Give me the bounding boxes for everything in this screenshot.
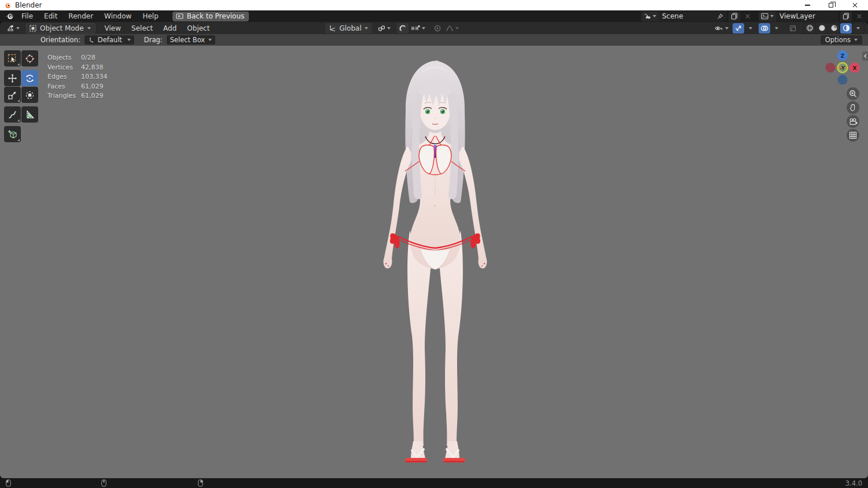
duplicate-icon (843, 13, 849, 20)
tool-add-cube[interactable] (4, 126, 21, 142)
close-x-icon (856, 13, 862, 19)
visibility-eye-icon (715, 25, 723, 32)
sandal-left (405, 441, 427, 463)
tool-scale[interactable] (4, 87, 21, 103)
window-title: Blender (15, 1, 42, 9)
proportional-falloff-button[interactable] (444, 23, 461, 34)
gizmos-settings-button[interactable] (745, 23, 756, 34)
orientation-dropdown[interactable]: Default (84, 35, 134, 45)
tool-cursor[interactable] (21, 50, 38, 66)
close-button[interactable] (845, 0, 865, 10)
drag-dropdown[interactable]: Select Box (167, 35, 216, 45)
zoom-button[interactable] (847, 87, 859, 100)
minimize-button[interactable] (797, 0, 817, 10)
blender-window: Blender File Edit Render Window Help Bac… (0, 0, 868, 488)
snap-increment-icon (411, 25, 420, 32)
tool-move[interactable] (4, 70, 21, 86)
xray-toggle-button[interactable] (787, 23, 799, 34)
maximize-button[interactable] (821, 0, 841, 10)
menu-add[interactable]: Add (159, 23, 181, 34)
viewlayer-new-button[interactable] (840, 12, 852, 21)
proportional-editing-button[interactable] (432, 23, 443, 34)
tool-annotate[interactable] (4, 106, 21, 123)
mode-label: Object Mode (40, 24, 84, 32)
blender-logo-icon (5, 12, 14, 20)
gizmo-axis-z-neg[interactable] (838, 75, 848, 85)
sandal-right (443, 441, 465, 463)
stat-label: Faces (47, 83, 81, 90)
viewlayer-name: ViewLayer (779, 12, 815, 20)
overlays-toggle-button[interactable] (759, 23, 770, 34)
rotate-icon (25, 73, 35, 83)
viewlayer-browse-button[interactable] (759, 12, 776, 21)
viewlayer-remove-button (854, 12, 865, 21)
stat-label: Vertices (47, 64, 81, 71)
viewport-header: Object Mode View Select Add Object Globa… (0, 22, 868, 34)
back-to-previous-button[interactable]: Back to Previous (172, 12, 249, 21)
shading-material-button[interactable] (828, 23, 840, 34)
shading-rendered-button[interactable] (840, 23, 852, 34)
close-x-icon (745, 13, 751, 19)
close-icon (852, 2, 858, 8)
pin-icon[interactable] (717, 13, 723, 20)
solid-sphere-icon (818, 24, 826, 32)
shading-solid-button[interactable] (816, 23, 827, 34)
show-object-types-button[interactable] (713, 23, 730, 34)
mouse-middle-hint (101, 479, 106, 488)
snap-settings-button[interactable] (409, 23, 427, 34)
hand-icon (849, 103, 857, 112)
status-bar: 3.4.0 (0, 478, 868, 488)
gizmo-y-label: -Y (840, 65, 845, 71)
mode-dropdown[interactable]: Object Mode (26, 23, 95, 34)
menu-window[interactable]: Window (99, 11, 137, 21)
menu-select[interactable]: Select (127, 23, 157, 34)
tool-measure[interactable] (21, 106, 38, 123)
pivot-point-button[interactable] (376, 23, 392, 34)
scale-icon (8, 90, 17, 100)
arm-right (458, 146, 487, 268)
gizmo-axis-x-neg[interactable] (826, 63, 836, 73)
arm-left (384, 146, 412, 268)
sidebar-collapse-handle[interactable] (862, 51, 868, 61)
tool-rotate[interactable] (21, 70, 38, 86)
menu-render[interactable]: Render (63, 11, 98, 21)
scene-new-button[interactable] (729, 12, 740, 21)
tool-transform[interactable] (21, 87, 38, 103)
menu-file[interactable]: File (16, 11, 38, 21)
scene-name-field[interactable]: Scene (659, 12, 727, 21)
navigation-gizmo[interactable]: Z X -Y (823, 48, 862, 87)
magnet-icon (399, 25, 406, 32)
viewport-3d[interactable]: Objects0/28 Vertices42,838 Edges103,334 … (0, 46, 868, 478)
grid-toggle-button[interactable] (847, 129, 859, 142)
viewport-editor-icon (6, 24, 14, 32)
overlays-icon (760, 25, 768, 32)
pan-button[interactable] (847, 101, 859, 114)
wireframe-sphere-icon (806, 24, 814, 32)
chevron-down-icon (854, 39, 858, 41)
shading-settings-button[interactable] (852, 23, 864, 34)
menu-help[interactable]: Help (137, 11, 163, 21)
proportional-circle-icon (434, 25, 441, 32)
transform-orientation-dropdown[interactable]: Global (325, 23, 371, 34)
chevron-down-icon (770, 15, 774, 17)
snap-toggle-button[interactable] (397, 23, 409, 34)
character-model[interactable] (372, 60, 499, 465)
chevron-down-icon (749, 27, 752, 29)
camera-view-button[interactable] (847, 115, 859, 128)
tool-select-box[interactable] (4, 50, 21, 66)
scene-browse-button[interactable] (641, 12, 659, 21)
pivot-chain-icon (378, 25, 385, 32)
menu-object[interactable]: Object (182, 23, 214, 34)
overlays-settings-button[interactable] (771, 23, 782, 34)
gizmos-toggle-button[interactable] (733, 23, 744, 34)
mouse-left-icon (6, 479, 11, 487)
viewlayer-name-field[interactable]: ViewLayer (776, 12, 838, 21)
minimize-icon (805, 5, 810, 6)
menu-edit[interactable]: Edit (39, 11, 62, 21)
editor-type-button[interactable] (3, 23, 23, 34)
shading-mode-group (803, 23, 865, 34)
shading-wireframe-button[interactable] (804, 23, 815, 34)
stat-label: Triangles (47, 92, 81, 99)
menu-view[interactable]: View (100, 23, 126, 34)
options-button[interactable]: Options (821, 35, 862, 45)
